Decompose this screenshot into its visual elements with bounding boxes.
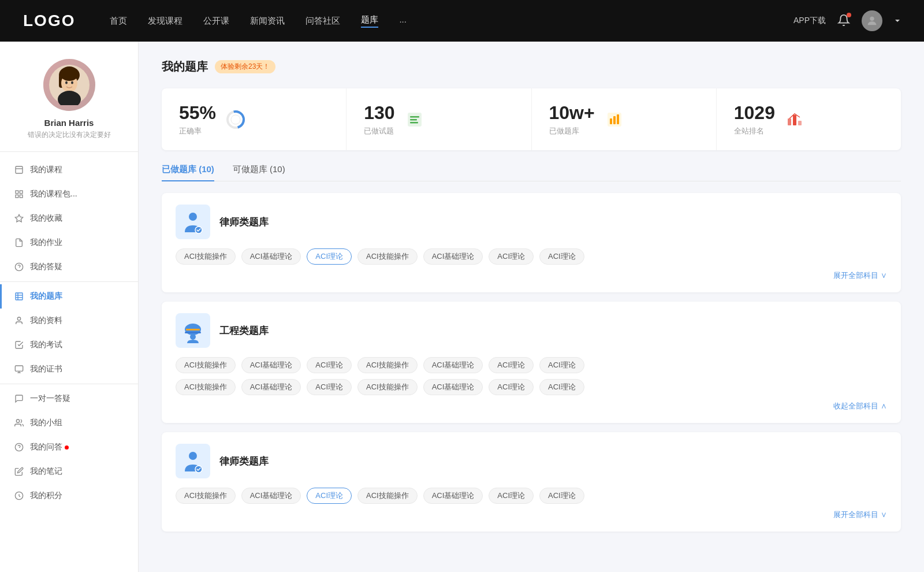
stat-rank: 1029 全站排名	[717, 88, 901, 150]
sidebar-item-favorites[interactable]: 我的收藏	[0, 206, 138, 231]
svg-rect-42	[798, 121, 802, 125]
divider-2	[0, 384, 138, 384]
tag-2b-2[interactable]: ACI理论	[307, 379, 352, 395]
sidebar-item-one-on-one[interactable]: 一对一答疑	[0, 387, 138, 411]
sidebar-item-my-qa[interactable]: 我的答疑	[0, 255, 138, 279]
table-icon	[14, 291, 24, 302]
tag-2-6[interactable]: ACI理论	[539, 357, 584, 373]
tag-3-2[interactable]: ACI理论	[307, 488, 352, 504]
stat-rank-label: 全站排名	[734, 126, 775, 136]
sidebar-item-my-course[interactable]: 我的课程	[0, 158, 138, 182]
sidebar-item-my-info[interactable]: 我的资料	[0, 309, 138, 333]
stat-accuracy-value: 55%	[179, 102, 216, 124]
sidebar-item-my-question[interactable]: 我的问答	[0, 435, 138, 459]
user-icon	[14, 315, 24, 326]
tag-3-4[interactable]: ACI基础理论	[423, 488, 483, 504]
bank-card-engineer: 工程类题库 ACI技能操作 ACI基础理论 ACI理论 ACI技能操作 ACI基…	[162, 302, 901, 423]
tag-1-0[interactable]: ACI技能操作	[176, 248, 236, 265]
tab-available[interactable]: 可做题库 (10)	[233, 164, 285, 181]
sidebar-item-certificate[interactable]: 我的证书	[0, 357, 138, 381]
svg-point-50	[189, 452, 197, 460]
tag-2b-6[interactable]: ACI理论	[539, 379, 584, 395]
main-content: 我的题库 体验剩余23天！ 55% 正确率	[139, 42, 924, 572]
tag-2b-1[interactable]: ACI基础理论	[241, 379, 301, 395]
tag-3-5[interactable]: ACI理论	[489, 488, 534, 504]
score-icon	[14, 491, 24, 501]
tag-2-3[interactable]: ACI技能操作	[357, 357, 418, 373]
tag-2b-3[interactable]: ACI技能操作	[357, 379, 418, 395]
logo: LOGO	[23, 12, 75, 30]
avatar-image	[49, 65, 90, 105]
app-download-btn[interactable]: APP下载	[793, 16, 826, 26]
page-layout: Brian Harris 错误的决定比没有决定要好 我的课程 我的课程包...	[0, 42, 924, 572]
tag-1-1[interactable]: ACI基础理论	[241, 248, 301, 265]
tag-1-2[interactable]: ACI理论	[307, 248, 352, 265]
svg-rect-12	[16, 191, 18, 194]
stats-row: 55% 正确率 130 已做试题	[162, 88, 901, 150]
tag-2b-4[interactable]: ACI基础理论	[423, 379, 483, 395]
svg-rect-41	[793, 115, 796, 125]
tag-2-0[interactable]: ACI技能操作	[176, 357, 236, 373]
tab-done[interactable]: 已做题库 (10)	[162, 164, 214, 181]
notification-bell[interactable]	[837, 14, 850, 28]
svg-point-43	[189, 213, 197, 221]
tag-3-0[interactable]: ACI技能操作	[176, 488, 236, 504]
sidebar-menu: 我的课程 我的课程包... 我的收藏 我的作业	[0, 158, 138, 508]
svg-marker-16	[15, 214, 23, 222]
lawyer-icon	[180, 209, 206, 235]
navbar: LOGO 首页 发现课程 公开课 新闻资讯 问答社区 题库 ··· APP下载	[0, 0, 924, 42]
tag-3-3[interactable]: ACI技能操作	[357, 488, 418, 504]
stat-rank-value: 1029	[734, 102, 775, 124]
svg-rect-37	[610, 118, 612, 124]
accuracy-chart-icon	[225, 109, 246, 130]
bank-card-lawyer-1: 律师类题库 ACI技能操作 ACI基础理论 ACI理论 ACI技能操作 ACI基…	[162, 193, 901, 292]
tag-3-6[interactable]: ACI理论	[539, 488, 584, 504]
engineer-icon	[180, 318, 206, 343]
svg-point-8	[65, 81, 68, 84]
tag-2b-5[interactable]: ACI理论	[489, 379, 534, 395]
sidebar-item-my-points[interactable]: 我的积分	[0, 484, 138, 508]
nav-more[interactable]: ···	[399, 16, 407, 26]
tag-2-4[interactable]: ACI基础理论	[423, 357, 483, 373]
tag-1-3[interactable]: ACI技能操作	[357, 248, 418, 265]
profile-name: Brian Harris	[44, 118, 94, 128]
sidebar-item-my-notes[interactable]: 我的笔记	[0, 459, 138, 484]
sidebar-item-exam[interactable]: 我的考试	[0, 333, 138, 357]
sidebar-item-my-group[interactable]: 我的小组	[0, 411, 138, 435]
svg-rect-24	[15, 366, 23, 371]
stat-accuracy-label: 正确率	[179, 126, 216, 136]
sidebar-item-course-package[interactable]: 我的课程包...	[0, 182, 138, 206]
bank-title-3: 律师类题库	[219, 455, 269, 468]
svg-rect-33	[410, 116, 419, 118]
expand-btn-1[interactable]: 展开全部科目 ∨	[176, 270, 887, 281]
nav-qa[interactable]: 问答社区	[305, 16, 340, 27]
tags-row-2a: ACI技能操作 ACI基础理论 ACI理论 ACI技能操作 ACI基础理论 AC…	[176, 357, 887, 373]
user-dropdown-icon[interactable]	[894, 17, 901, 24]
tabs-bar: 已做题库 (10) 可做题库 (10)	[162, 164, 901, 181]
tag-2-5[interactable]: ACI理论	[489, 357, 534, 373]
nav-discover[interactable]: 发现课程	[148, 16, 182, 27]
nav-home[interactable]: 首页	[110, 16, 127, 27]
nav-open-course[interactable]: 公开课	[203, 16, 229, 27]
stat-banks: 10w+ 已做题库	[532, 88, 717, 150]
question-badge	[65, 445, 69, 450]
tag-2b-0[interactable]: ACI技能操作	[176, 379, 236, 395]
sidebar-item-homework[interactable]: 我的作业	[0, 231, 138, 255]
svg-rect-47	[185, 332, 201, 333]
tag-1-4[interactable]: ACI基础理论	[423, 248, 483, 265]
tag-2-2[interactable]: ACI理论	[307, 357, 352, 373]
tag-2-1[interactable]: ACI基础理论	[241, 357, 301, 373]
sidebar-item-question-bank[interactable]: 我的题库	[0, 284, 138, 309]
bank-card-header-3: 律师类题库	[176, 444, 887, 478]
star-icon	[14, 213, 24, 224]
nav-news[interactable]: 新闻资讯	[250, 16, 285, 27]
collapse-btn-2[interactable]: 收起全部科目 ∧	[176, 401, 887, 411]
nav-question-bank[interactable]: 题库	[361, 14, 378, 28]
expand-btn-3[interactable]: 展开全部科目 ∨	[176, 510, 887, 520]
tag-1-6[interactable]: ACI理论	[539, 248, 584, 265]
sidebar: Brian Harris 错误的决定比没有决定要好 我的课程 我的课程包...	[0, 42, 139, 572]
user-avatar[interactable]	[862, 10, 882, 31]
tag-1-5[interactable]: ACI理论	[489, 248, 534, 265]
tag-3-1[interactable]: ACI基础理论	[241, 488, 301, 504]
nav-menu: 首页 发现课程 公开课 新闻资讯 问答社区 题库 ···	[110, 14, 793, 28]
